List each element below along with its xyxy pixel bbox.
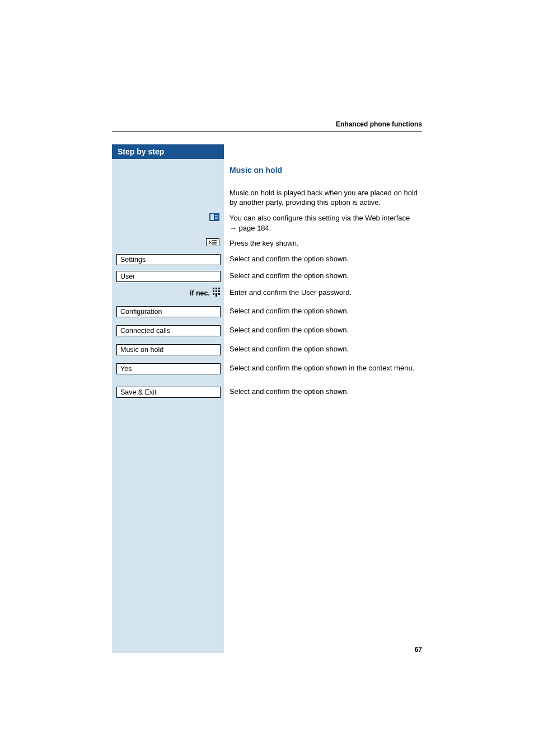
step-by-step-header: Step by step (112, 144, 224, 159)
intro-text: Music on hold is played back when you ar… (224, 188, 422, 208)
svg-rect-12 (213, 290, 214, 292)
page-number: 67 (415, 646, 422, 654)
music-on-hold-desc: Select and confirm the option shown. (224, 344, 422, 354)
svg-rect-11 (218, 288, 220, 289)
svg-rect-1 (210, 214, 214, 220)
web-interface-icon (209, 213, 221, 223)
yes-desc: Select and confirm the option shown in t… (224, 363, 422, 373)
menu-option-save-exit: Save & Exit (116, 387, 221, 398)
keypad-icon (213, 288, 221, 298)
page-header-title: Enhanced phone functions (112, 120, 422, 132)
configuration-desc: Select and confirm the option shown. (224, 306, 422, 316)
svg-rect-13 (216, 290, 217, 292)
menu-option-configuration: Configuration (116, 306, 221, 317)
menu-option-yes: Yes (116, 363, 221, 374)
web-interface-text: You can also configure this setting via … (224, 213, 422, 233)
user-desc: Select and confirm the option shown. (224, 271, 422, 281)
connected-calls-desc: Select and confirm the option shown. (224, 325, 422, 335)
svg-rect-15 (213, 293, 214, 295)
menu-option-user: User (116, 271, 221, 282)
svg-rect-18 (216, 295, 217, 297)
header-divider (112, 132, 422, 132)
password-desc: Enter and confirm the User password. (224, 288, 422, 298)
press-key-text: Press the key shown. (224, 238, 422, 248)
svg-rect-10 (216, 288, 217, 289)
if-necessary-label: if nec. (190, 288, 221, 298)
svg-rect-9 (213, 288, 214, 289)
menu-option-connected-calls: Connected calls (116, 325, 221, 336)
menu-option-music-on-hold: Music on hold (116, 344, 221, 355)
menu-key-icon (206, 238, 221, 248)
settings-desc: Select and confirm the option shown. (224, 254, 422, 264)
section-title: Music on hold (229, 165, 422, 176)
menu-option-settings: Settings (116, 254, 221, 265)
save-exit-desc: Select and confirm the option shown. (224, 387, 422, 397)
svg-rect-16 (216, 293, 217, 295)
svg-rect-14 (218, 290, 220, 292)
svg-rect-17 (218, 293, 220, 295)
